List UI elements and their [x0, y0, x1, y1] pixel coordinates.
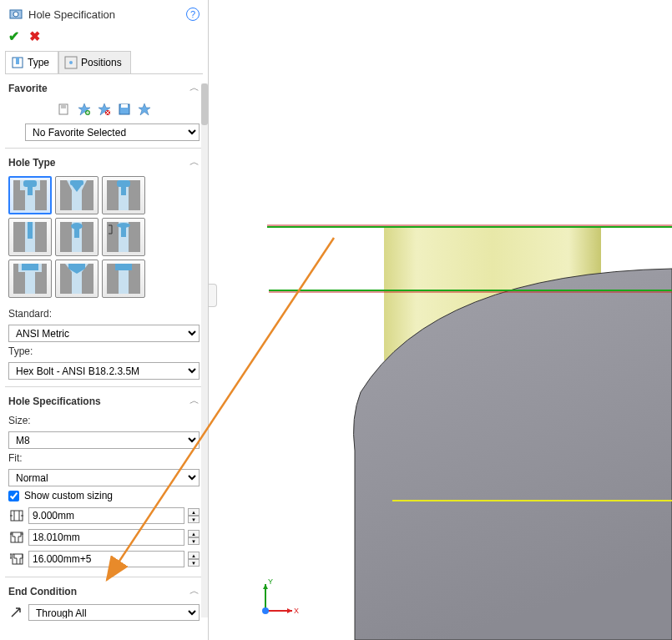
size-select[interactable]: M8 — [8, 431, 200, 449]
reverse-direction-icon[interactable] — [8, 605, 25, 620]
svg-rect-39 — [11, 511, 23, 521]
svg-marker-13 — [139, 103, 150, 115]
holespecs-collapse[interactable]: ︿ — [189, 394, 200, 408]
favorite-load-icon[interactable] — [135, 100, 154, 118]
svg-rect-38 — [115, 264, 132, 270]
svg-rect-33 — [121, 225, 126, 237]
panel-header: Hole Specification ? — [0, 0, 208, 25]
dim-row-1: ▲▼ — [8, 505, 200, 527]
hole-type-counterbore[interactable] — [8, 176, 52, 214]
help-icon[interactable]: ? — [186, 8, 200, 21]
standard-select[interactable]: ANSI Metric — [8, 325, 200, 342]
fit-label: Fit: — [8, 449, 200, 466]
graphics-viewport[interactable] — [217, 0, 672, 640]
section-hole-specs: Hole Specifications ︿ Size: M8 Fit: Norm… — [5, 387, 203, 577]
endcondition-title: End Condition — [8, 586, 77, 597]
spin-up-3[interactable]: ▲ — [188, 552, 200, 559]
holetype-title: Hole Type — [8, 157, 55, 169]
favorite-select[interactable]: No Favorite Selected — [25, 123, 200, 141]
panel-expand-notch[interactable] — [209, 284, 217, 307]
favorite-delete-icon[interactable] — [95, 100, 114, 118]
ok-button[interactable]: ✔ — [8, 28, 19, 44]
panel-scrollbar[interactable] — [201, 83, 208, 617]
tab-bar: Type Positions — [5, 51, 203, 74]
svg-rect-16 — [28, 187, 33, 195]
holetype-collapse[interactable]: ︿ — [189, 155, 200, 169]
spin-down-3[interactable]: ▼ — [188, 559, 200, 567]
tab-type-label: Type — [28, 57, 49, 68]
hole-type-legacy[interactable] — [102, 218, 145, 256]
section-favorite: Favorite ︿ No Favorite Selected — [5, 74, 203, 149]
type-tab-icon — [11, 56, 24, 69]
type-label: Type: — [8, 342, 200, 359]
svg-point-5 — [69, 61, 73, 64]
endcondition-collapse[interactable]: ︿ — [189, 584, 200, 598]
svg-rect-3 — [16, 58, 19, 64]
favorite-apply-default-icon[interactable] — [55, 100, 73, 118]
favorite-select-wrap: No Favorite Selected — [25, 123, 200, 141]
dim-row-2: ▲▼ — [8, 527, 200, 548]
tab-positions-label: Positions — [81, 57, 122, 68]
svg-point-1 — [13, 12, 18, 17]
counterbore-depth-icon — [8, 552, 25, 567]
end-condition-row: Through All — [8, 602, 200, 623]
show-custom-row: Show custom sizing — [8, 486, 200, 505]
favorite-toolbar — [8, 98, 200, 120]
hole-type-countersink-slot[interactable] — [55, 260, 99, 298]
svg-rect-29 — [74, 226, 79, 238]
hole-type-hole[interactable] — [102, 176, 145, 214]
show-custom-label: Show custom sizing — [24, 490, 113, 501]
show-custom-checkbox[interactable] — [8, 491, 19, 501]
size-label: Size: — [8, 411, 200, 428]
dim-spinner-1: ▲▼ — [188, 508, 200, 523]
favorite-add-icon[interactable] — [75, 100, 93, 118]
svg-rect-25 — [28, 222, 33, 239]
section-hole-type: Hole Type ︿ Standard: ANSI Metric Type: … — [5, 149, 203, 387]
action-row: ✔ ✖ — [0, 25, 208, 51]
svg-rect-15 — [23, 180, 37, 187]
through-hole-diameter-icon — [8, 508, 25, 523]
cancel-button[interactable]: ✖ — [29, 28, 40, 44]
spin-up-1[interactable]: ▲ — [188, 508, 200, 516]
panel-body: Favorite ︿ No Favorite Selected Hole Typ… — [0, 74, 208, 640]
hole-type-straight-tap[interactable] — [8, 218, 52, 256]
dim-spinner-3: ▲▼ — [188, 552, 200, 567]
model-view — [217, 0, 672, 640]
hole-type-counterbore-slot[interactable] — [8, 260, 52, 298]
scrollbar-thumb[interactable] — [201, 83, 208, 125]
favorite-title: Favorite — [8, 83, 48, 94]
spin-down-1[interactable]: ▼ — [188, 516, 200, 523]
holespecs-title: Hole Specifications — [8, 396, 101, 407]
dim-input-1[interactable] — [28, 507, 184, 524]
standard-label: Standard: — [8, 305, 200, 321]
svg-rect-18 — [70, 180, 83, 185]
favorite-save-icon[interactable] — [115, 100, 134, 118]
svg-rect-21 — [117, 180, 130, 187]
hole-type-slot[interactable] — [102, 260, 145, 298]
dim-spinner-2: ▲▼ — [188, 530, 200, 545]
type-select[interactable]: Hex Bolt - ANSI B18.2.3.5M — [8, 362, 200, 380]
dim-input-2[interactable] — [28, 529, 184, 546]
favorite-collapse[interactable]: ︿ — [189, 81, 200, 95]
property-panel: Hole Specification ? ✔ ✖ Type Positions … — [0, 0, 209, 640]
section-end-condition: End Condition ︿ Through All — [5, 577, 203, 630]
end-condition-select[interactable]: Through All — [28, 604, 200, 621]
hole-type-tapered-tap[interactable] — [55, 218, 99, 256]
hole-type-grid — [8, 173, 200, 305]
dim-row-3: ▲▼ — [8, 548, 200, 570]
counterbore-diameter-icon — [8, 530, 25, 545]
panel-title: Hole Specification — [28, 8, 186, 21]
hole-type-countersink[interactable] — [55, 176, 99, 214]
spin-down-2[interactable]: ▼ — [188, 537, 200, 545]
tab-type[interactable]: Type — [5, 51, 58, 73]
positions-tab-icon — [64, 56, 78, 69]
svg-rect-12 — [121, 104, 128, 108]
svg-rect-22 — [121, 187, 126, 195]
tab-positions[interactable]: Positions — [58, 51, 131, 73]
hole-wizard-icon — [8, 7, 23, 22]
fit-select[interactable]: Normal — [8, 469, 200, 486]
dim-input-3[interactable] — [28, 551, 184, 567]
spin-up-2[interactable]: ▲ — [188, 530, 200, 537]
